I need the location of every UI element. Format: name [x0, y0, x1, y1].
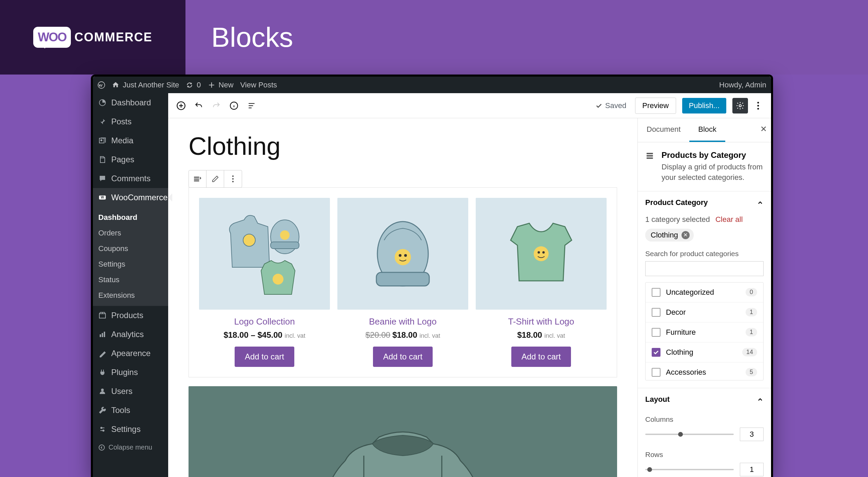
svg-point-33 — [534, 246, 549, 261]
sidebar-sub-status[interactable]: Status — [93, 272, 168, 288]
columns-slider[interactable] — [645, 434, 734, 435]
product-name: T-Shirt with Logo — [476, 316, 607, 327]
products-icon — [98, 311, 106, 319]
sidebar-sub-settings[interactable]: Settings — [93, 256, 168, 272]
media-icon — [98, 137, 106, 145]
block-edit-button[interactable] — [206, 170, 224, 187]
svg-point-12 — [103, 430, 104, 431]
category-count: 0 — [746, 288, 757, 296]
new-label: New — [219, 81, 234, 89]
site-link[interactable]: Just Another Site — [112, 81, 179, 89]
collapse-menu-button[interactable]: Colapse menu — [93, 439, 168, 456]
panel-layout[interactable]: Layout — [638, 388, 771, 411]
product-card[interactable]: T-Shirt with Logo $18.00 incl. vat Add t… — [476, 198, 607, 367]
chevron-up-icon — [757, 396, 764, 403]
updates-link[interactable]: 0 — [186, 81, 201, 89]
chevron-up-icon — [757, 199, 764, 206]
sidebar-sub-orders[interactable]: Orders — [93, 225, 168, 241]
sidebar-item-settings[interactable]: Settings — [93, 420, 168, 439]
settings-toggle[interactable] — [732, 98, 748, 113]
more-button[interactable] — [751, 98, 766, 113]
add-block-button[interactable] — [174, 98, 189, 113]
appearance-icon — [98, 349, 106, 357]
preview-button[interactable]: Preview — [635, 98, 676, 114]
category-row[interactable]: Uncategorized 0 — [646, 283, 763, 303]
new-link[interactable]: New — [208, 81, 234, 89]
sidebar-item-tools[interactable]: Tools — [93, 401, 168, 420]
block-toolbar — [189, 170, 242, 188]
howdy-label[interactable]: Howdy, Admin — [719, 81, 766, 89]
woo-icon: W — [98, 193, 106, 202]
editor-canvas[interactable]: Clothing Logo Collection $18.00 – $45.00… — [168, 118, 637, 477]
product-image — [476, 198, 607, 310]
sidebar-item-media[interactable]: Media — [93, 131, 168, 150]
woo-logo-text: COMMERCE — [74, 30, 152, 44]
category-label: Furniture — [666, 328, 696, 337]
editor-toolbar: Saved Preview Publish... — [168, 93, 771, 118]
sidebar-item-posts[interactable]: Posts — [93, 112, 168, 131]
tab-block[interactable]: Block — [689, 118, 725, 142]
panel-product-category[interactable]: Product Category — [638, 191, 771, 214]
add-to-cart-button[interactable]: Add to cart — [511, 347, 571, 367]
block-more-button[interactable] — [224, 170, 242, 187]
view-posts-link[interactable]: View Posts — [240, 81, 277, 89]
sidebar-sub-coupons[interactable]: Coupons — [93, 241, 168, 256]
add-to-cart-button[interactable]: Add to cart — [235, 347, 294, 367]
hero-product-image[interactable]: Long Sleeve Tee — [189, 386, 617, 477]
dashboard-icon — [98, 99, 106, 107]
block-type-icon — [645, 151, 656, 162]
comment-icon — [98, 174, 106, 183]
sidebar-sub-extensions[interactable]: Extensions — [93, 288, 168, 303]
clear-all-link[interactable]: Clear all — [715, 215, 743, 224]
sidebar-item-dashboard[interactable]: Dashboard — [93, 93, 168, 112]
close-inspector-button[interactable]: ✕ — [760, 124, 767, 134]
users-icon — [98, 387, 106, 395]
undo-button[interactable] — [191, 98, 206, 113]
category-search-input[interactable] — [645, 261, 764, 276]
block-type-button[interactable] — [189, 170, 206, 187]
sidebar-item-users[interactable]: Users — [93, 382, 168, 401]
rows-slider[interactable] — [645, 469, 734, 470]
post-title[interactable]: Clothing — [189, 132, 617, 161]
product-card[interactable]: Beanie with Logo $20.00$18.00 incl. vat … — [337, 198, 468, 367]
redo-button[interactable] — [209, 98, 224, 113]
svg-rect-29 — [376, 272, 429, 286]
sidebar-sub-dashboard[interactable]: Dashboard — [93, 210, 168, 225]
category-row[interactable]: Furniture 1 — [646, 323, 763, 343]
category-row[interactable]: Decor 1 — [646, 303, 763, 323]
product-card[interactable]: Logo Collection $18.00 – $45.00 incl. va… — [199, 198, 330, 367]
svg-point-10 — [101, 389, 104, 391]
browser-window: Just Another Site 0 New View Posts Howdy… — [91, 75, 773, 477]
sidebar-item-pages[interactable]: Pages — [93, 150, 168, 169]
outline-button[interactable] — [244, 98, 259, 113]
sidebar-item-analytics[interactable]: Analytics — [93, 325, 168, 344]
products-block[interactable]: Logo Collection $18.00 – $45.00 incl. va… — [189, 187, 617, 377]
columns-input[interactable] — [740, 428, 764, 441]
wp-logo-icon[interactable] — [98, 81, 105, 89]
svg-rect-7 — [100, 334, 101, 337]
sidebar-item-apearence[interactable]: Apearence — [93, 344, 168, 363]
svg-rect-9 — [104, 332, 105, 337]
category-row[interactable]: Clothing 14 — [646, 343, 763, 362]
updates-count: 0 — [197, 81, 201, 89]
svg-point-3 — [101, 140, 102, 141]
sidebar-item-products[interactable]: Products — [93, 306, 168, 325]
svg-point-22 — [232, 181, 234, 183]
product-name: Logo Collection — [199, 316, 330, 327]
columns-label: Columns — [645, 415, 764, 423]
publish-button[interactable]: Publish... — [682, 98, 727, 113]
tab-document[interactable]: Document — [638, 118, 689, 142]
product-price: $18.00 incl. vat — [476, 330, 607, 340]
sidebar-item-plugins[interactable]: Plugins — [93, 363, 168, 382]
product-image — [337, 198, 468, 310]
sidebar-item-woocommerce[interactable]: WWooCommerce — [93, 188, 168, 207]
plugins-icon — [98, 368, 106, 376]
rows-input[interactable] — [740, 463, 764, 476]
info-button[interactable] — [226, 98, 241, 113]
banner-title-area: Blocks — [185, 0, 868, 75]
remove-chip-button[interactable]: ✕ — [682, 231, 690, 239]
checkbox-icon — [652, 288, 660, 297]
category-row[interactable]: Accessories 5 — [646, 362, 763, 380]
sidebar-item-comments[interactable]: Comments — [93, 169, 168, 188]
add-to-cart-button[interactable]: Add to cart — [373, 347, 433, 367]
